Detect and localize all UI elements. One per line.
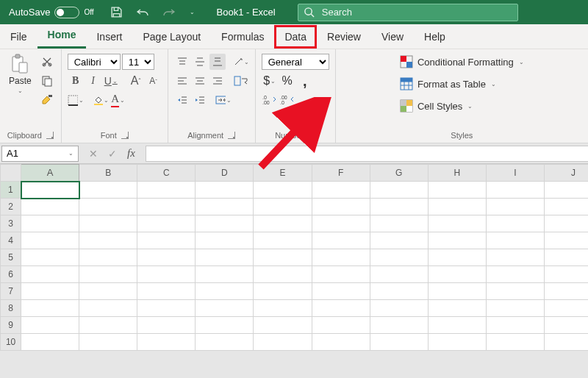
cell[interactable] [137, 300, 196, 317]
bold-button[interactable]: B [68, 73, 84, 89]
cell[interactable] [312, 249, 370, 266]
cell[interactable] [486, 300, 544, 317]
cell[interactable] [544, 182, 588, 199]
cell[interactable] [79, 334, 137, 351]
cell[interactable] [137, 266, 196, 283]
comma-format-icon[interactable]: , [297, 73, 313, 89]
tab-review[interactable]: Review [317, 25, 371, 49]
accounting-format-icon[interactable]: $⌄ [262, 73, 278, 89]
col-header[interactable]: D [196, 165, 254, 182]
cell[interactable] [428, 283, 486, 300]
cell[interactable] [21, 283, 79, 300]
cell[interactable] [254, 232, 312, 249]
cell[interactable] [196, 249, 254, 266]
cell[interactable] [137, 283, 196, 300]
dialog-launcher-icon[interactable] [121, 132, 129, 139]
cut-icon[interactable] [39, 54, 55, 70]
cell[interactable] [312, 300, 370, 317]
cell[interactable] [79, 199, 137, 215]
cell[interactable] [196, 334, 254, 351]
cell[interactable] [21, 300, 79, 317]
fill-color-button[interactable]: ⌄ [93, 92, 109, 108]
cell[interactable] [428, 334, 486, 351]
cell[interactable] [137, 334, 196, 351]
cell[interactable] [312, 266, 370, 283]
cell[interactable] [486, 317, 544, 334]
tab-view[interactable]: View [371, 25, 414, 49]
cell[interactable] [312, 199, 370, 215]
font-name-select[interactable]: Calibri [68, 54, 121, 70]
tab-home[interactable]: Home [37, 23, 87, 49]
col-header[interactable]: A [21, 165, 79, 182]
cell[interactable] [79, 232, 137, 249]
decrease-indent-icon[interactable] [174, 92, 190, 108]
decrease-decimal-icon[interactable]: .00.0 [279, 92, 295, 108]
tab-help[interactable]: Help [414, 25, 456, 49]
cell[interactable] [370, 283, 428, 300]
name-box[interactable]: A1 ⌄ [1, 146, 79, 162]
decrease-font-button[interactable]: Aˇ [146, 73, 162, 89]
conditional-formatting-button[interactable]: Conditional Formatting⌄ [397, 54, 527, 70]
cell[interactable] [486, 266, 544, 283]
cell[interactable] [544, 232, 588, 249]
align-top-icon[interactable] [174, 54, 190, 70]
cell[interactable] [137, 249, 196, 266]
cell[interactable] [79, 300, 137, 317]
cell[interactable] [79, 249, 137, 266]
col-header[interactable]: I [486, 165, 544, 182]
autosave-control[interactable]: AutoSave Off [0, 7, 103, 18]
cell[interactable] [254, 182, 312, 199]
tab-data[interactable]: Data [274, 25, 317, 49]
cell[interactable] [79, 266, 137, 283]
increase-decimal-icon[interactable]: .0.00 [262, 92, 278, 108]
format-painter-icon[interactable] [39, 92, 55, 108]
select-all-corner[interactable] [1, 165, 21, 182]
cell[interactable] [312, 283, 370, 300]
cell[interactable] [196, 300, 254, 317]
cell[interactable] [196, 232, 254, 249]
cell[interactable] [312, 232, 370, 249]
cell[interactable] [370, 182, 428, 199]
cell[interactable] [428, 199, 486, 215]
cell[interactable] [196, 266, 254, 283]
cell[interactable] [428, 317, 486, 334]
border-button[interactable]: ⌄ [68, 92, 84, 108]
cell[interactable] [254, 334, 312, 351]
cell[interactable] [312, 182, 370, 199]
align-left-icon[interactable] [174, 73, 190, 89]
cell[interactable] [254, 283, 312, 300]
cell[interactable] [486, 199, 544, 215]
cell[interactable] [370, 300, 428, 317]
tab-insert[interactable]: Insert [86, 25, 132, 49]
row-header[interactable]: 9 [1, 317, 21, 334]
cell[interactable] [486, 215, 544, 232]
cell[interactable] [21, 317, 79, 334]
orientation-icon[interactable]: ⌄ [233, 54, 249, 70]
paste-button[interactable]: Paste ⌄ [6, 54, 35, 96]
cell[interactable] [196, 215, 254, 232]
row-header[interactable]: 1 [1, 182, 21, 199]
cell[interactable] [312, 334, 370, 351]
cell[interactable] [428, 266, 486, 283]
row-header[interactable]: 8 [1, 300, 21, 317]
insert-function-icon[interactable]: fx [127, 147, 135, 160]
cell[interactable] [428, 182, 486, 199]
cell[interactable] [370, 317, 428, 334]
cell[interactable] [21, 232, 79, 249]
cell[interactable] [79, 182, 137, 199]
enter-edit-icon[interactable]: ✓ [108, 148, 117, 160]
cell[interactable] [21, 266, 79, 283]
cell[interactable] [21, 199, 79, 215]
copy-icon[interactable] [39, 73, 55, 89]
cell[interactable] [254, 300, 312, 317]
cell[interactable] [137, 199, 196, 215]
cancel-edit-icon[interactable]: ✕ [89, 148, 98, 160]
search-input[interactable] [298, 4, 518, 21]
tab-file[interactable]: File [0, 25, 37, 49]
cell[interactable] [370, 249, 428, 266]
align-right-icon[interactable] [209, 73, 226, 89]
align-center-icon[interactable] [192, 73, 208, 89]
cell[interactable] [486, 283, 544, 300]
cell[interactable] [196, 182, 254, 199]
redo-icon[interactable] [162, 7, 176, 18]
